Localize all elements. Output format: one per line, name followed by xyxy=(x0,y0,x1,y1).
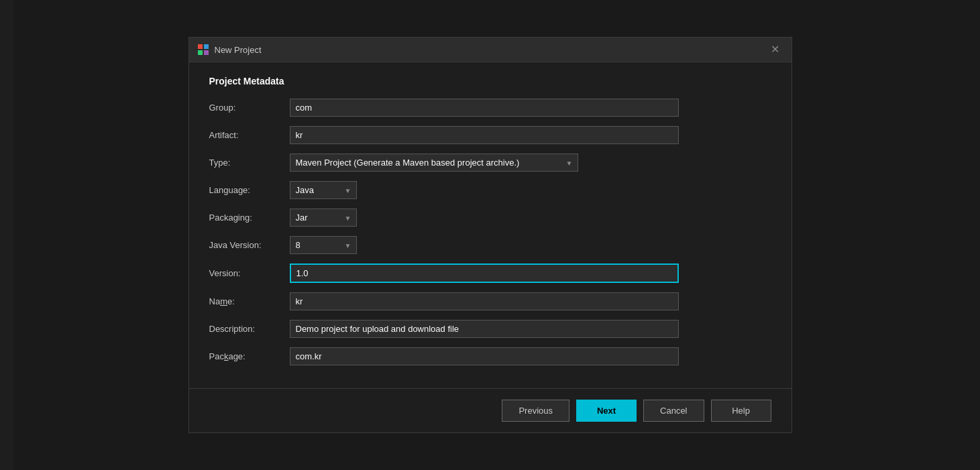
version-label: Version: xyxy=(209,268,290,278)
title-left: New Project xyxy=(197,44,262,56)
version-row: Version: xyxy=(209,263,771,283)
dialog-titlebar: New Project ✕ xyxy=(189,38,792,62)
type-label: Type: xyxy=(209,158,290,168)
next-button[interactable]: Next xyxy=(576,400,637,422)
java-version-label: Java Version: xyxy=(209,240,290,250)
artifact-label: Artifact: xyxy=(209,130,290,140)
svg-rect-2 xyxy=(198,50,203,55)
name-input[interactable] xyxy=(290,292,679,310)
dialog-content: Project Metadata Group: Artifact: Type: … xyxy=(189,62,792,388)
language-row: Language: Java Kotlin Groovy xyxy=(209,181,771,199)
description-label: Description: xyxy=(209,324,290,334)
description-row: Description: xyxy=(209,320,771,338)
version-input[interactable] xyxy=(290,263,679,283)
previous-button[interactable]: Previous xyxy=(502,400,569,422)
dialog-footer: Previous Next Cancel Help xyxy=(189,388,792,432)
type-row: Type: Maven Project (Generate a Maven ba… xyxy=(209,154,771,172)
app-icon xyxy=(197,44,209,56)
language-select-wrapper: Java Kotlin Groovy xyxy=(290,181,357,199)
packaging-row: Packaging: Jar War xyxy=(209,209,771,227)
java-version-select-wrapper: 8 11 17 21 xyxy=(290,236,357,254)
section-title: Project Metadata xyxy=(209,76,771,86)
group-label: Group: xyxy=(209,103,290,113)
package-input[interactable] xyxy=(290,347,679,365)
description-input[interactable] xyxy=(290,320,679,338)
name-row: Name: xyxy=(209,292,771,310)
svg-rect-0 xyxy=(198,44,203,49)
dialog-wrapper: New Project ✕ Project Metadata Group: Ar… xyxy=(0,0,980,470)
help-button[interactable]: Help xyxy=(711,400,771,422)
java-version-select[interactable]: 8 11 17 21 xyxy=(290,236,357,254)
language-select[interactable]: Java Kotlin Groovy xyxy=(290,181,357,199)
group-row: Group: xyxy=(209,99,771,117)
packaging-select-wrapper: Jar War xyxy=(290,209,357,227)
type-select-wrapper: Maven Project (Generate a Maven based pr… xyxy=(290,154,578,172)
artifact-input[interactable] xyxy=(290,126,679,144)
svg-rect-3 xyxy=(204,50,209,55)
close-button[interactable]: ✕ xyxy=(767,43,783,56)
svg-rect-1 xyxy=(204,44,209,49)
packaging-label: Packaging: xyxy=(209,213,290,223)
new-project-dialog: New Project ✕ Project Metadata Group: Ar… xyxy=(188,37,792,433)
name-label: Name: xyxy=(209,296,290,306)
group-input[interactable] xyxy=(290,99,679,117)
packaging-select[interactable]: Jar War xyxy=(290,209,357,227)
language-label: Language: xyxy=(209,185,290,195)
artifact-row: Artifact: xyxy=(209,126,771,144)
background-editor xyxy=(0,0,13,470)
package-label: Package: xyxy=(209,351,290,361)
java-version-row: Java Version: 8 11 17 21 xyxy=(209,236,771,254)
cancel-button[interactable]: Cancel xyxy=(643,400,704,422)
package-row: Package: xyxy=(209,347,771,365)
type-select[interactable]: Maven Project (Generate a Maven based pr… xyxy=(290,154,578,172)
dialog-title: New Project xyxy=(215,45,262,55)
